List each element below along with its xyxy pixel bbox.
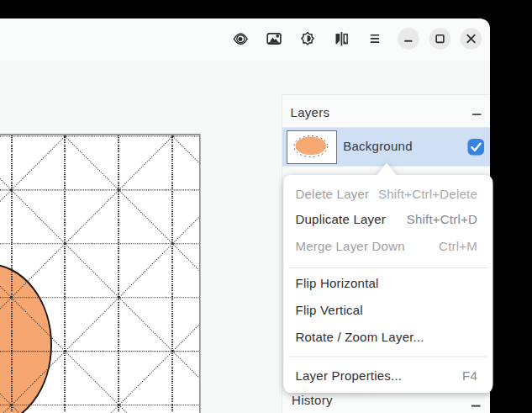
svg-text:Shift+Ctrl+Delete: Shift+Ctrl+Delete <box>378 187 477 201</box>
svg-text:Layers: Layers <box>291 105 330 119</box>
svg-text:Layer Properties...: Layer Properties... <box>296 368 403 383</box>
svg-text:Merge Layer Down: Merge Layer Down <box>296 239 405 253</box>
svg-text:Delete Layer: Delete Layer <box>296 187 370 201</box>
svg-text:Shift+Ctrl+D: Shift+Ctrl+D <box>407 212 477 226</box>
svg-text:Flip Vertical: Flip Vertical <box>296 303 363 317</box>
svg-text:Flip Horizontal: Flip Horizontal <box>296 276 379 290</box>
svg-text:Duplicate Layer: Duplicate Layer <box>296 212 387 226</box>
svg-text:History: History <box>292 393 333 407</box>
svg-text:Background: Background <box>343 139 413 153</box>
svg-text:Ctrl+M: Ctrl+M <box>439 239 477 253</box>
svg-text:Rotate / Zoom Layer...: Rotate / Zoom Layer... <box>296 330 424 344</box>
svg-text:F4: F4 <box>462 368 477 383</box>
